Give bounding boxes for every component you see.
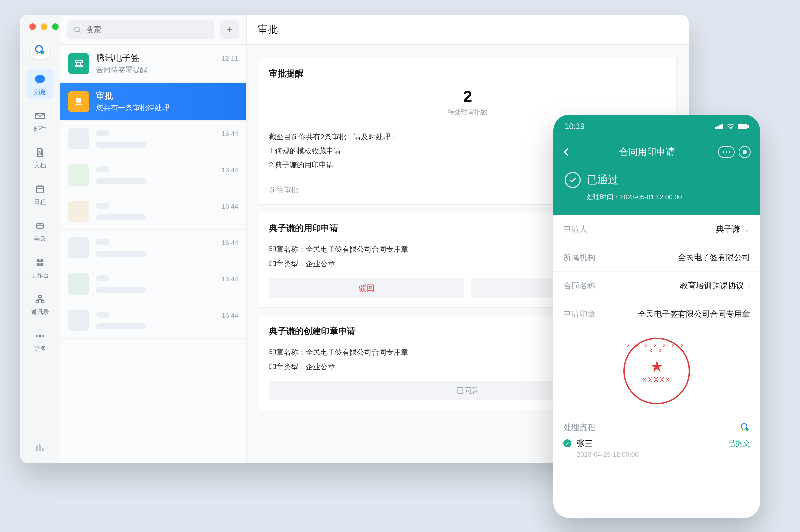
sidebar-item-label: 消息: [34, 88, 46, 96]
svg-rect-7: [37, 263, 40, 266]
sidebar-item-doc[interactable]: 文档: [26, 142, 54, 173]
conversation-subtitle: 您共有一条审批待处理: [96, 103, 238, 113]
seal-type-value: 企业公章: [306, 260, 335, 268]
sidebar-item-label: 通讯录: [31, 308, 49, 316]
svg-rect-10: [36, 301, 39, 303]
calendar-icon: [33, 183, 47, 196]
svg-rect-17: [75, 103, 82, 104]
conversation-item-placeholder[interactable]: 16:44: [60, 266, 246, 302]
svg-point-15: [75, 27, 79, 32]
contract-value: 教育培训购课协议: [680, 280, 744, 291]
flow-step: ✓ 张三 已提交: [563, 438, 750, 449]
meeting-icon: [33, 219, 47, 233]
form-row-contract[interactable]: 合同名称 教育培训购课协议›: [553, 272, 760, 300]
chat-icon[interactable]: [740, 422, 750, 432]
svg-rect-11: [41, 301, 44, 303]
conversation-item-placeholder[interactable]: 16:44: [60, 302, 246, 339]
miniprogram-close-icon[interactable]: [739, 146, 751, 158]
conversation-title: 腾讯电子签: [96, 52, 139, 64]
org-value: 全民电子签有限公司: [678, 252, 750, 263]
svg-rect-16: [76, 98, 81, 102]
reject-button[interactable]: 驳回: [269, 278, 464, 298]
chat-bubble-icon: [33, 73, 47, 86]
mail-icon: [33, 109, 47, 123]
sidebar-item-messages[interactable]: 消息: [26, 69, 54, 99]
org-chart-icon: [33, 293, 47, 306]
sidebar-item-calendar[interactable]: 日程: [26, 179, 54, 209]
esign-app-icon: [68, 53, 89, 74]
svg-rect-21: [721, 124, 723, 129]
svg-rect-3: [36, 186, 43, 193]
sidebar-item-label: 日程: [34, 198, 46, 206]
search-input[interactable]: [85, 25, 208, 34]
window-close-icon[interactable]: [29, 23, 36, 30]
svg-point-26: [741, 424, 747, 429]
sidebar-item-label: 会议: [34, 235, 46, 243]
svg-point-28: [742, 429, 743, 431]
conversation-subtitle: 合同待签署提醒: [96, 65, 238, 75]
sidebar-item-more[interactable]: 更多: [26, 326, 54, 356]
svg-point-0: [36, 46, 42, 52]
svg-point-2: [36, 52, 38, 54]
check-dot-icon: ✓: [563, 439, 571, 447]
svg-rect-24: [739, 125, 746, 128]
pending-count: 2: [269, 87, 666, 106]
new-conversation-button[interactable]: [220, 20, 239, 39]
flow-list: ✓ 张三 已提交 2023-04-29 12:00:00: [553, 436, 760, 468]
svg-rect-18: [715, 127, 717, 129]
svg-rect-9: [39, 295, 41, 298]
conversation-item-placeholder[interactable]: 16:44: [60, 121, 246, 157]
grid-icon: [33, 256, 47, 269]
mobile-mockup: 10:19 合同用印申请 已通过 处理时间：2023-05-01 12:00:0…: [553, 115, 760, 518]
svg-point-14: [42, 335, 44, 337]
svg-point-1: [41, 51, 44, 54]
back-button[interactable]: [563, 147, 576, 157]
miniprogram-menu-icon[interactable]: [718, 146, 735, 158]
flow-step-status: 已提交: [728, 438, 750, 448]
sidebar-item-contacts[interactable]: 通讯录: [26, 289, 54, 319]
flow-person-name: 张三: [577, 438, 593, 449]
sidebar-item-workbench[interactable]: 工作台: [26, 253, 54, 283]
svg-rect-25: [747, 125, 748, 127]
approval-app-icon: [68, 91, 89, 112]
sidebar-item-label: 工作台: [31, 271, 49, 279]
window-minimize-icon[interactable]: [41, 23, 47, 30]
company-seal-icon: x x x x x x x x x ★ XXXXX: [623, 338, 690, 404]
sidebar-item-label: 邮件: [34, 125, 46, 133]
seal-value: 全民电子签有限公司合同专用章: [638, 309, 750, 319]
conversation-item-placeholder[interactable]: 16:44: [60, 230, 246, 266]
more-dots-icon: [33, 329, 47, 343]
svg-rect-6: [40, 259, 43, 262]
conversation-column: 腾讯电子签 12:11 合同待签署提醒 审批 您共有一条审批待处理 16:44 …: [60, 15, 247, 463]
flow-section-header: 处理流程: [553, 414, 760, 436]
conversation-title: 审批: [96, 90, 113, 102]
svg-point-12: [36, 335, 38, 337]
chevron-down-icon: ⌄: [743, 224, 750, 234]
seal-name-value: 全民电子签有限公司合同专用章: [306, 245, 408, 253]
conversation-item-esign[interactable]: 腾讯电子签 12:11 合同待签署提醒: [60, 45, 246, 83]
mobile-navbar: 合同用印申请: [553, 138, 760, 166]
sidebar-item-meeting[interactable]: 会议: [26, 216, 54, 246]
form-row-seal: 申请印章 全民电子签有限公司合同专用章: [553, 300, 760, 328]
mobile-status-hero: 已通过 处理时间：2023-05-01 12:00:00: [553, 166, 760, 215]
conversation-item-placeholder[interactable]: 16:44: [60, 193, 246, 230]
conversation-item-approval[interactable]: 审批 您共有一条审批待处理: [60, 83, 246, 121]
search-input-wrapper[interactable]: [67, 20, 214, 39]
search-icon: [73, 26, 81, 34]
conversation-item-placeholder[interactable]: 16:44: [60, 157, 246, 193]
window-zoom-icon[interactable]: [52, 23, 59, 30]
svg-rect-19: [717, 126, 719, 129]
check-circle-icon: [565, 172, 581, 188]
sidebar-item-mail[interactable]: 邮件: [26, 106, 54, 136]
form-row-applicant[interactable]: 申请人 典子谦⌄: [553, 215, 760, 243]
window-traffic-lights: [29, 23, 59, 30]
main-header-title: 审批: [247, 15, 689, 45]
mobile-form: 申请人 典子谦⌄ 所属机构 全民电子签有限公司 合同名称 教育培训购课协议› 申…: [553, 215, 760, 328]
left-sidebar: 消息 邮件 文档 日程 会议 工作台 通讯录 更多: [20, 15, 60, 463]
stamp-text: XXXXX: [642, 376, 671, 384]
sidebar-bottom-icon[interactable]: [34, 442, 46, 463]
wifi-icon: [727, 124, 735, 129]
flow-step-time: 2023-04-29 12:00:00: [577, 451, 750, 458]
conversation-time: 12:11: [222, 55, 238, 62]
star-icon: ★: [650, 359, 664, 374]
